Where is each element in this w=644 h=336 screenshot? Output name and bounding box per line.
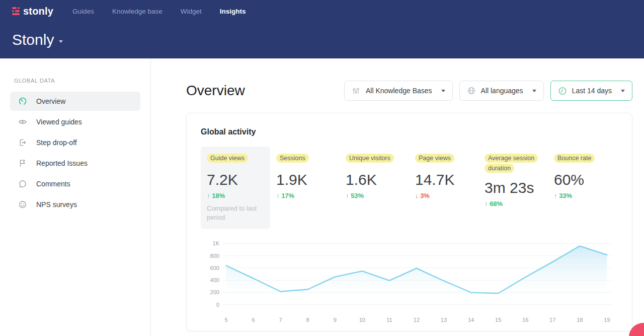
eye-icon xyxy=(18,117,27,126)
nav-item-widget[interactable]: Widget xyxy=(181,8,202,15)
chevron-down-icon xyxy=(532,90,536,92)
stonly-logo-icon xyxy=(12,7,20,15)
chevron-down-icon xyxy=(59,40,63,43)
metric-page-views[interactable]: Page views 14.7K ↓ 3% xyxy=(409,147,478,229)
metric-delta: ↑ 17% xyxy=(276,192,335,199)
sidebar-item-label: Comments xyxy=(36,180,70,188)
metric-value: 1.6K xyxy=(346,171,404,188)
metric-delta: ↑ 33% xyxy=(554,192,612,199)
date-range-filter[interactable]: Last 14 days xyxy=(550,81,632,101)
comment-icon xyxy=(18,179,27,188)
metric-value: 14.7K xyxy=(415,171,473,188)
metric-avg-session-duration[interactable]: Average session duration 3m 23s ↑ 68% xyxy=(478,147,548,229)
workspace-selector[interactable]: Stonly xyxy=(12,31,632,48)
sidebar-section-label: GLOBAL DATA xyxy=(10,78,140,84)
sidebar-item-label: Step drop-off xyxy=(36,139,77,147)
svg-text:0: 0 xyxy=(216,302,219,308)
filters: All Knowledge Bases All languages Last 1… xyxy=(344,81,632,101)
knowledge-bases-filter[interactable]: All Knowledge Bases xyxy=(344,81,453,101)
date-range-filter-value: Last 14 days xyxy=(572,87,612,95)
languages-filter-value: All languages xyxy=(481,87,523,95)
knowledge-bases-filter-value: All Knowledge Bases xyxy=(366,87,432,95)
svg-text:5: 5 xyxy=(224,317,227,323)
languages-filter[interactable]: All languages xyxy=(459,81,544,101)
arrow-up-icon: ↑ xyxy=(485,200,488,208)
svg-text:9: 9 xyxy=(334,317,337,323)
nav-item-guides[interactable]: Guides xyxy=(72,8,94,15)
svg-text:13: 13 xyxy=(441,317,447,323)
brand-name: stonly xyxy=(23,6,53,17)
svg-text:12: 12 xyxy=(414,317,420,323)
nav-item-insights[interactable]: Insights xyxy=(220,8,246,15)
top-navigation: stonly Guides Knowledge base Widget Insi… xyxy=(12,0,632,20)
sidebar-item-viewed-guides[interactable]: Viewed guides xyxy=(10,112,140,131)
arrow-up-icon: ↑ xyxy=(207,192,210,199)
metric-delta: ↑ 53% xyxy=(346,192,404,199)
metric-label: Page views xyxy=(415,154,454,163)
metric-label: Bounce rate xyxy=(554,154,595,163)
svg-text:200: 200 xyxy=(210,290,219,296)
smiley-icon xyxy=(18,200,27,209)
gauge-icon xyxy=(18,97,27,106)
sidebar-item-step-drop-off[interactable]: Step drop-off xyxy=(10,133,140,152)
svg-text:8: 8 xyxy=(306,317,309,323)
page-title: Overview xyxy=(186,83,245,99)
metric-label: Guide views xyxy=(207,154,248,163)
sidebar-item-nps-surveys[interactable]: NPS surveys xyxy=(10,195,140,214)
workspace-title: Stonly xyxy=(12,31,54,48)
app-header: stonly Guides Knowledge base Widget Insi… xyxy=(0,0,644,58)
sidebar: GLOBAL DATA Overview Viewed guides Step … xyxy=(0,58,151,336)
sidebar-item-reported-issues[interactable]: Reported Issues xyxy=(10,154,140,173)
metric-delta: ↑ 18% xyxy=(207,192,265,199)
metric-note: Compared to last period xyxy=(207,204,265,222)
metric-unique-visitors[interactable]: Unique visitors 1.6K ↑ 53% xyxy=(340,147,409,229)
sidebar-item-overview[interactable]: Overview xyxy=(10,92,140,111)
sidebar-item-label: Reported Issues xyxy=(36,159,88,167)
svg-text:18: 18 xyxy=(577,317,583,323)
metric-label: Sessions xyxy=(276,154,309,163)
metric-bounce-rate[interactable]: Bounce rate 60% ↑ 33% xyxy=(548,147,617,229)
svg-text:7: 7 xyxy=(279,317,282,323)
nav-item-knowledge-base[interactable]: Knowledge base xyxy=(112,8,163,15)
metric-guide-views[interactable]: Guide views 7.2K ↑ 18% Compared to last … xyxy=(201,147,270,229)
globe-icon xyxy=(467,86,476,95)
card-title: Global activity xyxy=(201,127,618,137)
metrics-row: Guide views 7.2K ↑ 18% Compared to last … xyxy=(201,147,618,229)
sidebar-item-label: NPS surveys xyxy=(36,200,77,209)
svg-text:400: 400 xyxy=(210,278,219,284)
metric-label: Unique visitors xyxy=(346,154,394,163)
metric-delta: ↓ 3% xyxy=(415,192,473,199)
nav-items: Guides Knowledge base Widget Insights xyxy=(72,8,246,15)
chevron-down-icon xyxy=(441,90,445,92)
svg-text:11: 11 xyxy=(386,317,392,323)
arrow-down-icon: ↓ xyxy=(415,192,419,199)
global-activity-card: Global activity Guide views 7.2K ↑ 18% C… xyxy=(186,113,632,331)
stonly-logo[interactable]: stonly xyxy=(12,6,53,17)
sliders-icon xyxy=(352,86,361,95)
metric-value: 7.2K xyxy=(207,171,265,188)
metric-label: Average session duration xyxy=(485,154,538,173)
arrow-up-icon: ↑ xyxy=(276,192,280,199)
svg-text:10: 10 xyxy=(359,317,365,323)
arrow-up-icon: ↑ xyxy=(346,192,349,199)
metric-value: 3m 23s xyxy=(485,179,543,196)
main-content: Overview All Knowledge Bases All languag… xyxy=(151,58,644,336)
metric-delta: ↑ 68% xyxy=(485,200,543,208)
svg-text:15: 15 xyxy=(495,317,501,323)
svg-text:17: 17 xyxy=(549,317,555,323)
metric-value: 60% xyxy=(554,171,612,188)
metric-value: 1.9K xyxy=(276,171,335,188)
activity-area-chart[interactable]: 02004006008001K5678910111213141516171819 xyxy=(201,237,618,328)
svg-text:600: 600 xyxy=(210,265,219,271)
flag-icon xyxy=(18,159,27,168)
svg-text:16: 16 xyxy=(522,317,528,323)
sidebar-item-label: Overview xyxy=(36,97,65,105)
svg-text:800: 800 xyxy=(210,253,219,259)
chevron-down-icon xyxy=(621,90,625,92)
arrow-up-icon: ↑ xyxy=(554,192,557,199)
svg-text:14: 14 xyxy=(468,317,474,323)
step-exit-icon xyxy=(18,138,27,147)
sidebar-item-comments[interactable]: Comments xyxy=(10,174,140,193)
metric-sessions[interactable]: Sessions 1.9K ↑ 17% xyxy=(270,147,340,229)
svg-text:6: 6 xyxy=(252,317,255,323)
